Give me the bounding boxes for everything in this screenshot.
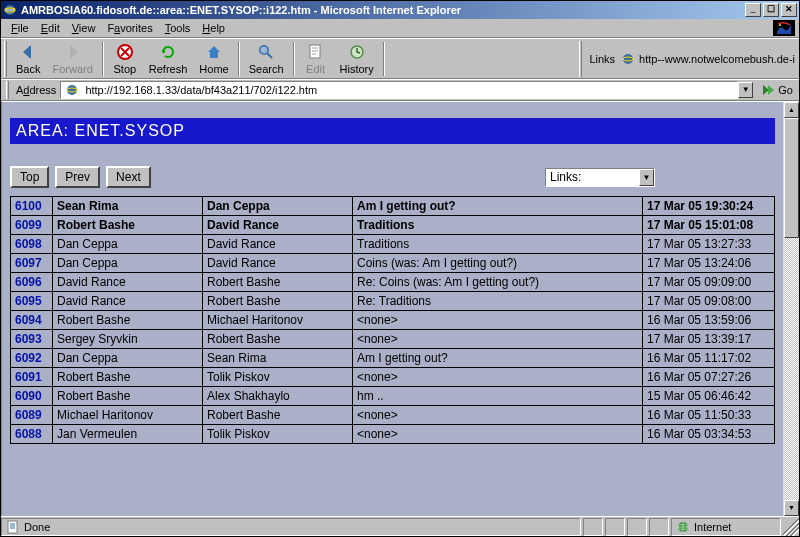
links-grip[interactable] — [579, 41, 582, 77]
nav-row: Top Prev Next Links: ▼ — [10, 166, 775, 188]
maximize-button[interactable]: ☐ — [763, 3, 779, 17]
msg-num[interactable]: 6094 — [11, 311, 53, 330]
address-input-wrapper[interactable] — [60, 81, 738, 99]
table-row[interactable]: 6093Sergey SryvkinRobert Bashe<none>17 M… — [11, 330, 775, 349]
msg-from: Robert Bashe — [53, 311, 203, 330]
edit-button[interactable]: Edit — [298, 40, 334, 78]
next-button[interactable]: Next — [106, 166, 151, 188]
resize-grip-icon[interactable] — [783, 518, 799, 536]
table-row[interactable]: 6088Jan VermeulenTolik Piskov<none>16 Ma… — [11, 425, 775, 444]
msg-subject: Am I getting out? — [353, 349, 643, 368]
table-row[interactable]: 6098Dan CeppaDavid RanceTraditions17 Mar… — [11, 235, 775, 254]
forward-arrow-icon — [63, 42, 83, 62]
msg-to: Robert Bashe — [203, 273, 353, 292]
msg-subject: Re: Traditions — [353, 292, 643, 311]
msg-from: Robert Bashe — [53, 368, 203, 387]
msg-subject: <none> — [353, 330, 643, 349]
svg-point-3 — [779, 24, 781, 26]
msg-date: 17 Mar 05 19:30:24 — [643, 197, 775, 216]
msg-date: 16 Mar 05 07:27:26 — [643, 368, 775, 387]
menu-help[interactable]: Help — [196, 20, 231, 36]
menu-file[interactable]: FFileile — [5, 20, 35, 36]
message-table: 6100Sean RimaDan CeppaAm I getting out?1… — [10, 196, 775, 444]
addressbar-grip[interactable] — [6, 81, 9, 99]
search-button[interactable]: Search — [243, 40, 290, 78]
address-input[interactable] — [83, 83, 737, 97]
table-row[interactable]: 6091Robert BasheTolik Piskov<none>16 Mar… — [11, 368, 775, 387]
go-button[interactable]: Go — [757, 81, 797, 99]
msg-from: Michael Haritonov — [53, 406, 203, 425]
ie-app-icon — [3, 3, 17, 17]
zone-text: Internet — [694, 521, 731, 533]
msg-subject: Traditions — [353, 235, 643, 254]
msg-num[interactable]: 6096 — [11, 273, 53, 292]
msg-to: Dan Ceppa — [203, 197, 353, 216]
menu-view[interactable]: View — [66, 20, 102, 36]
msg-subject: Re: Coins (was: Am I getting out?) — [353, 273, 643, 292]
history-button[interactable]: History — [334, 40, 380, 78]
links-select-value: Links: — [546, 170, 639, 184]
msg-num[interactable]: 6095 — [11, 292, 53, 311]
msg-num[interactable]: 6089 — [11, 406, 53, 425]
links-bar: Links http--www.notwelcomebush.de-i — [585, 40, 799, 78]
msg-num[interactable]: 6100 — [11, 197, 53, 216]
address-dropdown-icon[interactable]: ▼ — [738, 82, 753, 98]
status-pane-main: Done — [1, 518, 581, 536]
menu-favorites[interactable]: Favorites — [101, 20, 158, 36]
links-select[interactable]: Links: ▼ — [545, 168, 655, 187]
chevron-down-icon[interactable]: ▼ — [639, 169, 654, 186]
msg-to: David Rance — [203, 235, 353, 254]
globe-icon — [676, 520, 690, 534]
table-row[interactable]: 6100Sean RimaDan CeppaAm I getting out?1… — [11, 197, 775, 216]
vertical-scrollbar[interactable]: ▲ ▼ — [783, 102, 799, 516]
msg-num[interactable]: 6098 — [11, 235, 53, 254]
back-button[interactable]: Back — [10, 40, 46, 78]
svg-point-6 — [260, 46, 268, 54]
msg-num[interactable]: 6093 — [11, 330, 53, 349]
msg-num[interactable]: 6092 — [11, 349, 53, 368]
msg-num[interactable]: 6091 — [11, 368, 53, 387]
msg-from: David Rance — [53, 292, 203, 311]
menu-tools[interactable]: Tools — [159, 20, 197, 36]
go-label: Go — [778, 84, 793, 96]
msg-num[interactable]: 6088 — [11, 425, 53, 444]
titlebar: AMRBOSIA60.fidosoft.de::area::ENET.SYSOP… — [1, 1, 799, 19]
table-row[interactable]: 6089Michael HaritonovRobert Bashe<none>1… — [11, 406, 775, 425]
toolbar-link-1[interactable]: http--www.notwelcomebush.de-i — [639, 53, 795, 65]
toolbar-grip[interactable] — [4, 41, 7, 77]
msg-to: Robert Bashe — [203, 292, 353, 311]
msg-subject: <none> — [353, 311, 643, 330]
page-icon — [64, 83, 80, 97]
refresh-icon — [158, 42, 178, 62]
msg-to: Sean Rima — [203, 349, 353, 368]
msg-num[interactable]: 6099 — [11, 216, 53, 235]
scroll-down-icon[interactable]: ▼ — [784, 500, 799, 516]
window-title: AMRBOSIA60.fidosoft.de::area::ENET.SYSOP… — [21, 4, 743, 16]
scroll-thumb[interactable] — [784, 118, 799, 238]
prev-button[interactable]: Prev — [55, 166, 100, 188]
msg-num[interactable]: 6097 — [11, 254, 53, 273]
table-row[interactable]: 6092Dan CeppaSean RimaAm I getting out?1… — [11, 349, 775, 368]
minimize-button[interactable]: _ — [745, 3, 761, 17]
status-pane-5 — [649, 518, 669, 536]
close-button[interactable]: ✕ — [781, 3, 797, 17]
table-row[interactable]: 6094Robert BasheMichael Haritonov<none>1… — [11, 311, 775, 330]
forward-button: Forward — [46, 40, 98, 78]
home-button[interactable]: Home — [193, 40, 234, 78]
table-row[interactable]: 6095David RanceRobert BasheRe: Tradition… — [11, 292, 775, 311]
stop-button[interactable]: Stop — [107, 40, 143, 78]
msg-subject: <none> — [353, 425, 643, 444]
scroll-up-icon[interactable]: ▲ — [784, 102, 799, 118]
msg-num[interactable]: 6090 — [11, 387, 53, 406]
menu-edit[interactable]: Edit — [35, 20, 66, 36]
table-row[interactable]: 6096David RanceRobert BasheRe: Coins (wa… — [11, 273, 775, 292]
table-row[interactable]: 6099Robert BasheDavid RanceTraditions17 … — [11, 216, 775, 235]
msg-to: Michael Haritonov — [203, 311, 353, 330]
msg-from: Dan Ceppa — [53, 235, 203, 254]
scroll-track[interactable] — [784, 118, 799, 500]
top-button[interactable]: Top — [10, 166, 49, 188]
table-row[interactable]: 6097Dan CeppaDavid RanceCoins (was: Am I… — [11, 254, 775, 273]
table-row[interactable]: 6090Robert BasheAlex Shakhaylohm ..15 Ma… — [11, 387, 775, 406]
msg-to: David Rance — [203, 254, 353, 273]
refresh-button[interactable]: Refresh — [143, 40, 194, 78]
